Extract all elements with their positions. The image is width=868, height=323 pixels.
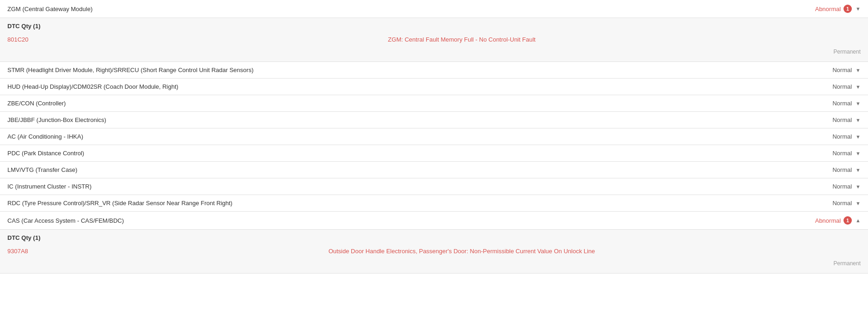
module-row-rdc[interactable]: RDC (Tyre Pressure Control)/SRR_VR (Side… xyxy=(0,195,868,212)
chevron-zbe: ▼ xyxy=(856,101,861,106)
status-label-stmr: Normal xyxy=(832,67,852,73)
dtc-row-cas-0: 9307A8 Outside Door Handle Electronics, … xyxy=(7,245,861,257)
module-status-ic: Normal ▼ xyxy=(832,183,861,190)
dtc-row-zgm-0: 801C20 ZGM: Central Fault Memory Full - … xyxy=(7,33,861,46)
chevron-cas: ▲ xyxy=(856,218,861,223)
status-label-lmv: Normal xyxy=(832,166,852,173)
dtc-section-zgm: DTC Qty (1) 801C20 ZGM: Central Fault Me… xyxy=(0,18,868,62)
dtc-section-cas: DTC Qty (1) 9307A8 Outside Door Handle E… xyxy=(0,230,868,274)
chevron-zgm: ▼ xyxy=(856,6,861,12)
module-status-zgm: Abnormal 1 ▼ xyxy=(815,5,861,13)
status-label-zgm: Abnormal xyxy=(815,6,841,12)
module-name-hud: HUD (Head-Up Display)/CDM02SR (Coach Doo… xyxy=(7,83,178,90)
module-name-ac: AC (Air Conditioning - IHKA) xyxy=(7,133,83,140)
module-name-zbe: ZBE/CON (Controller) xyxy=(7,100,66,107)
status-label-rdc: Normal xyxy=(832,200,852,207)
module-row-hud[interactable]: HUD (Head-Up Display)/CDM02SR (Coach Doo… xyxy=(0,79,868,95)
chevron-lmv: ▼ xyxy=(856,167,861,173)
module-status-jbe: Normal ▼ xyxy=(832,116,861,123)
module-status-stmr: Normal ▼ xyxy=(832,67,861,73)
module-name-cas: CAS (Car Access System - CAS/FEM/BDC) xyxy=(7,217,124,224)
chevron-ac: ▼ xyxy=(856,134,861,140)
module-row-ac[interactable]: AC (Air Conditioning - IHKA) Normal ▼ xyxy=(0,128,868,145)
status-label-pdc: Normal xyxy=(832,150,852,157)
module-row-pdc[interactable]: PDC (Park Distance Control) Normal ▼ xyxy=(0,145,868,162)
chevron-ic: ▼ xyxy=(856,184,861,189)
dtc-code-zgm-0: 801C20 xyxy=(7,36,63,43)
dtc-code-cas-0: 9307A8 xyxy=(7,248,63,255)
status-label-ac: Normal xyxy=(832,133,852,140)
module-status-lmv: Normal ▼ xyxy=(832,166,861,173)
status-label-hud: Normal xyxy=(832,83,852,90)
chevron-stmr: ▼ xyxy=(856,67,861,73)
status-label-zbe: Normal xyxy=(832,100,852,107)
badge-cas: 1 xyxy=(844,216,852,225)
module-row-cas[interactable]: CAS (Car Access System - CAS/FEM/BDC) Ab… xyxy=(0,212,868,230)
module-row-lmv[interactable]: LMV/VTG (Transfer Case) Normal ▼ xyxy=(0,162,868,178)
dtc-description-zgm-0: ZGM: Central Fault Memory Full - No Cont… xyxy=(63,36,861,43)
module-name-stmr: STMR (Headlight Driver Module, Right)/SR… xyxy=(7,67,253,73)
status-label-ic: Normal xyxy=(832,183,852,190)
chevron-jbe: ▼ xyxy=(856,117,861,123)
chevron-rdc: ▼ xyxy=(856,201,861,206)
dtc-description-cas-0: Outside Door Handle Electronics, Passeng… xyxy=(63,248,861,255)
module-list: ZGM (Central Gateway Module) Abnormal 1 … xyxy=(0,0,868,274)
module-status-hud: Normal ▼ xyxy=(832,83,861,90)
dtc-type-zgm-0: Permanent xyxy=(7,46,861,60)
module-row-zgm[interactable]: ZGM (Central Gateway Module) Abnormal 1 … xyxy=(0,0,868,18)
module-row-zbe[interactable]: ZBE/CON (Controller) Normal ▼ xyxy=(0,95,868,112)
module-status-cas: Abnormal 1 ▲ xyxy=(815,216,861,225)
module-name-ic: IC (Instrument Cluster - INSTR) xyxy=(7,183,92,190)
module-status-ac: Normal ▼ xyxy=(832,133,861,140)
status-label-jbe: Normal xyxy=(832,116,852,123)
dtc-header-zgm: DTC Qty (1) xyxy=(7,23,861,30)
chevron-hud: ▼ xyxy=(856,84,861,90)
module-row-jbe[interactable]: JBE/JBBF (Junction-Box Electronics) Norm… xyxy=(0,112,868,128)
badge-zgm: 1 xyxy=(844,5,852,13)
dtc-header-cas: DTC Qty (1) xyxy=(7,234,861,241)
module-name-pdc: PDC (Park Distance Control) xyxy=(7,150,84,157)
module-status-zbe: Normal ▼ xyxy=(832,100,861,107)
chevron-pdc: ▼ xyxy=(856,151,861,156)
module-row-ic[interactable]: IC (Instrument Cluster - INSTR) Normal ▼ xyxy=(0,178,868,195)
module-name-lmv: LMV/VTG (Transfer Case) xyxy=(7,166,77,173)
module-name-jbe: JBE/JBBF (Junction-Box Electronics) xyxy=(7,116,106,123)
module-status-rdc: Normal ▼ xyxy=(832,200,861,207)
module-status-pdc: Normal ▼ xyxy=(832,150,861,157)
module-row-stmr[interactable]: STMR (Headlight Driver Module, Right)/SR… xyxy=(0,62,868,79)
dtc-type-cas-0: Permanent xyxy=(7,257,861,271)
module-name-zgm: ZGM (Central Gateway Module) xyxy=(7,6,92,12)
status-label-cas: Abnormal xyxy=(815,217,841,224)
module-name-rdc: RDC (Tyre Pressure Control)/SRR_VR (Side… xyxy=(7,200,232,207)
